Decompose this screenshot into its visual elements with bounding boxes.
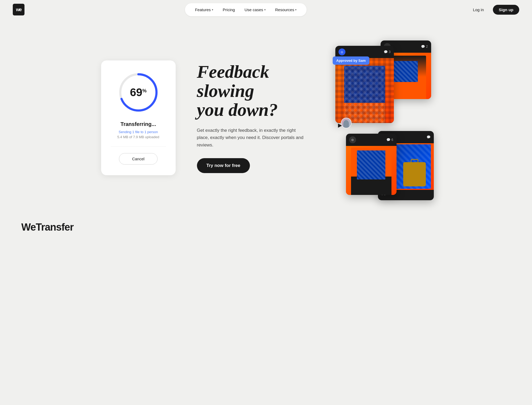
- nav-use-cases[interactable]: Use cases ▾: [241, 5, 269, 14]
- comment-icon: 💬: [421, 45, 425, 48]
- transfer-subtitle: Sending 1 file to 1 person: [119, 130, 158, 134]
- comment-icon: 💬: [384, 50, 388, 54]
- progress-value: 69%: [130, 86, 147, 99]
- brand-name: WeTransfer: [21, 222, 73, 233]
- logo-text: we: [16, 7, 21, 13]
- nav-menu: Features ▾ Pricing Use cases ▾ Resources…: [185, 3, 307, 16]
- transfer-detail: 5.4 MB of 7.9 MB uploaded: [117, 135, 159, 139]
- progress-ring: 69%: [117, 71, 160, 114]
- navigation: we Features ▾ Pricing Use cases ▾ Resour…: [0, 0, 532, 19]
- chevron-down-icon: ▾: [295, 8, 296, 11]
- approved-badge: Approved by Sam: [333, 56, 370, 65]
- comment-count-2: 💬 2: [421, 45, 428, 48]
- hero-heading: Feedback slowing you down?: [197, 62, 309, 119]
- chevron-down-icon: ▾: [264, 8, 266, 11]
- footer-brand: WeTransfer: [0, 211, 532, 244]
- nav-features[interactable]: Features ▾: [191, 5, 217, 14]
- transfer-title: Transferring...: [121, 121, 156, 127]
- divider: [111, 146, 166, 147]
- hero-section: 69% Transferring... Sending 1 file to 1 …: [0, 19, 532, 211]
- signup-button[interactable]: Sign up: [493, 5, 519, 15]
- nav-resources[interactable]: Resources ▾: [271, 5, 300, 14]
- comment-count-3: 💬 6: [386, 138, 393, 142]
- comment-icon: 💬: [386, 138, 390, 142]
- card-image-3: [346, 146, 397, 195]
- login-button[interactable]: Log in: [467, 5, 490, 15]
- logo-mark: we: [13, 4, 24, 15]
- card-image-1: [335, 58, 394, 123]
- transfer-card: 69% Transferring... Sending 1 file to 1 …: [101, 60, 176, 175]
- hero-content: Feedback slowing you down? Get exactly t…: [197, 62, 309, 173]
- comment-count: 💬 3: [384, 50, 391, 54]
- cancel-button[interactable]: Cancel: [119, 153, 158, 165]
- file-card-header-3: ⊙ 💬 6: [346, 134, 397, 146]
- nav-pricing[interactable]: Pricing: [219, 5, 239, 14]
- comment-icon: 💬: [427, 135, 431, 139]
- nav-auth: Log in Sign up: [467, 5, 519, 15]
- try-now-button[interactable]: Try now for free: [197, 158, 250, 173]
- hero-description: Get exactly the right feedback, in exact…: [197, 127, 309, 149]
- comment-count-4: 💬: [427, 135, 431, 139]
- user-avatar: [341, 118, 352, 128]
- pin-icon: ◎: [339, 48, 345, 55]
- chevron-down-icon: ▾: [212, 8, 213, 11]
- logo[interactable]: we: [13, 4, 24, 15]
- file-cards-panel: Approved by Sam ◎ 💬 3: [330, 40, 431, 195]
- file-card-3: ⊙ 💬 6 .jpg ⋮: [346, 134, 397, 195]
- user-cursor: ▶: [338, 118, 352, 128]
- check-icon: ⊙: [349, 136, 356, 143]
